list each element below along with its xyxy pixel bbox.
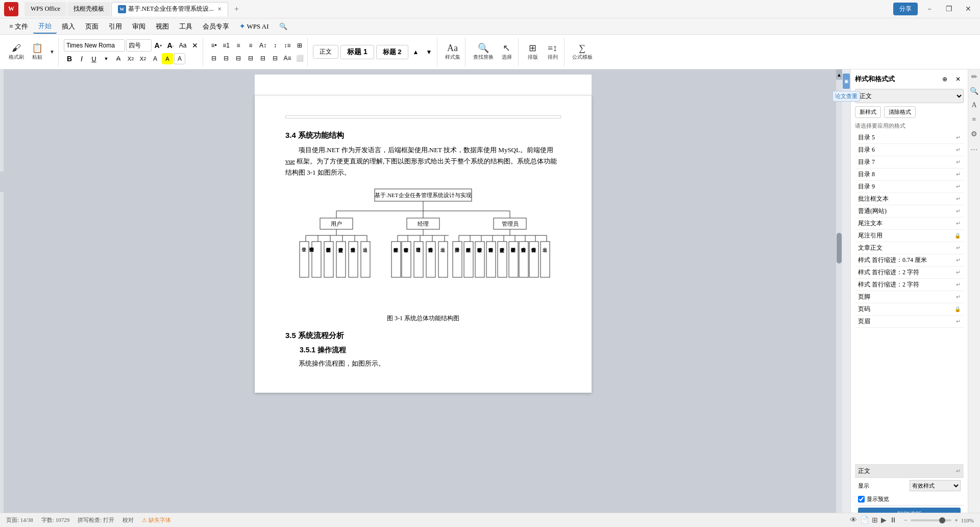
menu-search[interactable]: 🔍 (274, 20, 292, 33)
style-item-sy3[interactable]: 样式 首行缩进：2 字符 ↵ (855, 279, 964, 291)
add-tab-button[interactable]: + (229, 2, 243, 16)
line-spacing-button[interactable]: ↕≡ (282, 40, 293, 51)
side-list-icon[interactable]: ≡ (969, 114, 979, 125)
zoom-out-button[interactable]: － (903, 516, 909, 524)
document-page[interactable]: 3.4 系统功能结构 项目使用.NET 作为开发语言，后端框架使用.NET 技术… (255, 95, 592, 393)
side-edit-icon[interactable]: ✏ (969, 71, 979, 82)
italic-button[interactable]: I (76, 53, 87, 64)
select-button[interactable]: ↖ 选择 (498, 39, 516, 65)
menu-reference[interactable]: 引用 (104, 20, 127, 33)
menu-insert[interactable]: 插入 (57, 20, 80, 33)
style-item-mu7[interactable]: 目录 7 ↵ (855, 156, 964, 169)
heading1-style-button[interactable]: 标题 1 (340, 45, 374, 59)
decrease-font-button[interactable]: A- (165, 40, 176, 51)
tab-template[interactable]: 找框壳模板 (67, 2, 110, 16)
current-style-dropdown[interactable]: 正文 (855, 89, 964, 103)
align-left-button[interactable]: ≡ (233, 40, 244, 51)
show-preview-checkbox[interactable] (858, 496, 865, 502)
style-item-pizhu[interactable]: 批注框文本 ↵ (855, 193, 964, 205)
maximize-button[interactable]: ❐ (941, 3, 957, 15)
menu-wps-ai[interactable]: ✦ WPS AI (234, 20, 274, 33)
menu-home[interactable]: 开始 (33, 19, 57, 34)
underline-button[interactable]: U (88, 53, 100, 64)
section-34-para[interactable]: 项目使用.NET 作为开发语言，后端框架使用.NET 技术，数据库使用 MySQ… (285, 145, 561, 178)
columns-button[interactable]: ⊞ (294, 40, 305, 51)
change-case-button[interactable]: Aa (177, 40, 188, 51)
superscript-button[interactable]: X2 (137, 53, 149, 64)
align-left2-button[interactable]: ⊟ (208, 53, 219, 64)
style-item-sy1[interactable]: 样式 首行缩进：0.74 厘米 ↵ (855, 254, 964, 267)
numbering-button[interactable]: ≡1 (220, 40, 232, 51)
tab-wps[interactable]: WPS Office (24, 2, 66, 16)
style-arrow-up[interactable]: ▲ (410, 46, 422, 58)
font-size-input[interactable] (126, 39, 152, 52)
style-item-pagenum[interactable]: 页码 🔒 (855, 303, 964, 316)
formula-button[interactable]: ∑ 公式模板 (570, 39, 595, 65)
view-icon-4[interactable]: ▶ (881, 516, 887, 524)
clear-format-button[interactable]: ✕ (189, 40, 201, 51)
essay-check-button[interactable]: 论文查重 (832, 91, 860, 102)
heading2-style-button[interactable]: 标题 2 (376, 45, 408, 59)
style-item-mu8[interactable]: 目录 8 ↵ (855, 169, 964, 181)
menu-page[interactable]: 页面 (80, 20, 104, 33)
find-replace-button[interactable]: 🔍 查找替换 (471, 39, 496, 65)
zoom-in-button[interactable]: ＋ (953, 516, 959, 524)
highlight-button[interactable]: A (162, 53, 173, 64)
font-bg-button[interactable]: A (174, 53, 185, 64)
styles-set-button[interactable]: Aa 样式集 (443, 39, 463, 65)
bullets-button[interactable]: ≡• (208, 40, 219, 51)
side-search-icon[interactable]: 🔍 (969, 86, 979, 96)
vertical-scrollbar[interactable]: ▲ ▼ (836, 69, 842, 527)
display-value-dropdown[interactable]: 有效样式 (910, 480, 961, 491)
table-button[interactable]: ⊞ 排版 (524, 39, 542, 65)
share-button[interactable]: 分享 (893, 3, 918, 15)
style-item-mu9[interactable]: 目录 9 ↵ (855, 181, 964, 193)
scroll-up-button[interactable]: ▲ (836, 69, 842, 80)
text-direction-button[interactable]: A↕ (257, 40, 268, 51)
underline-style-button[interactable]: ▼ (101, 53, 112, 64)
paste-options-button[interactable]: ▼ (48, 39, 56, 65)
paste-button[interactable]: 📋 粘贴 (28, 39, 46, 65)
align-center-button[interactable]: ≡ (245, 40, 256, 51)
menu-tools[interactable]: 工具 (174, 20, 198, 33)
styles-panel-close-button[interactable]: ✕ (952, 74, 964, 85)
style-item-sy2[interactable]: 样式 首行缩进：2 字符 ↵ (855, 267, 964, 279)
style-item-mu6[interactable]: 目录 6 ↵ (855, 144, 964, 156)
style-item-putong[interactable]: 普通(网站) ↵ (855, 205, 964, 218)
strikethrough-button[interactable]: A (113, 53, 124, 64)
align-center2-button[interactable]: ⊟ (220, 53, 232, 64)
sort-layout-button[interactable]: ≡↕ 排列 (544, 39, 562, 65)
scroll-thumb[interactable] (837, 233, 842, 264)
style-item-weiyin[interactable]: 尾注引用 🔒 (855, 230, 964, 242)
style-item-wenzhen[interactable]: 文章正文 ↵ (855, 242, 964, 254)
view-icon-2[interactable]: 📄 (860, 516, 869, 524)
indent-first-button[interactable]: ⊟ (257, 53, 268, 64)
increase-font-button[interactable]: A+ (153, 40, 164, 51)
border-button[interactable]: ⬜ (294, 53, 305, 64)
view-icon-5[interactable]: ⏸ (890, 516, 897, 524)
side-more-icon[interactable]: … (969, 143, 979, 153)
clear-style-button[interactable]: 清除格式 (884, 106, 916, 118)
side-settings-icon[interactable]: ⚙ (969, 129, 979, 139)
missing-font-status[interactable]: ⚠ 缺失字体 (142, 516, 171, 524)
zoom-thumb[interactable] (939, 517, 945, 523)
zoom-slider[interactable] (911, 519, 951, 521)
minimize-button[interactable]: － (922, 3, 937, 15)
menu-view[interactable]: 视图 (151, 20, 174, 33)
view-icon-3[interactable]: ⊞ (872, 516, 878, 524)
menu-file[interactable]: ≡ 文件 (4, 20, 33, 33)
align-right2-button[interactable]: ⊟ (233, 53, 244, 64)
subscript-button[interactable]: X2 (125, 53, 136, 64)
proofread-status[interactable]: 校对 (122, 516, 134, 524)
view-icon-1[interactable]: 👁 (850, 516, 857, 524)
close-button[interactable]: ✕ (961, 3, 976, 15)
scroll-track[interactable] (836, 80, 842, 517)
para-settings-button[interactable]: ⊟ (270, 53, 281, 64)
styles-panel-expand-button[interactable]: ⊕ (939, 74, 950, 85)
format-painter-button[interactable]: 🖌 格式刷 (6, 39, 27, 65)
style-arrow-down[interactable]: ▼ (424, 46, 435, 58)
menu-review[interactable]: 审阅 (127, 20, 151, 33)
paper-check-icon[interactable]: ▣ (843, 74, 850, 89)
font-name-input[interactable] (64, 39, 125, 52)
normal-style-button[interactable]: 正文 (313, 45, 338, 59)
